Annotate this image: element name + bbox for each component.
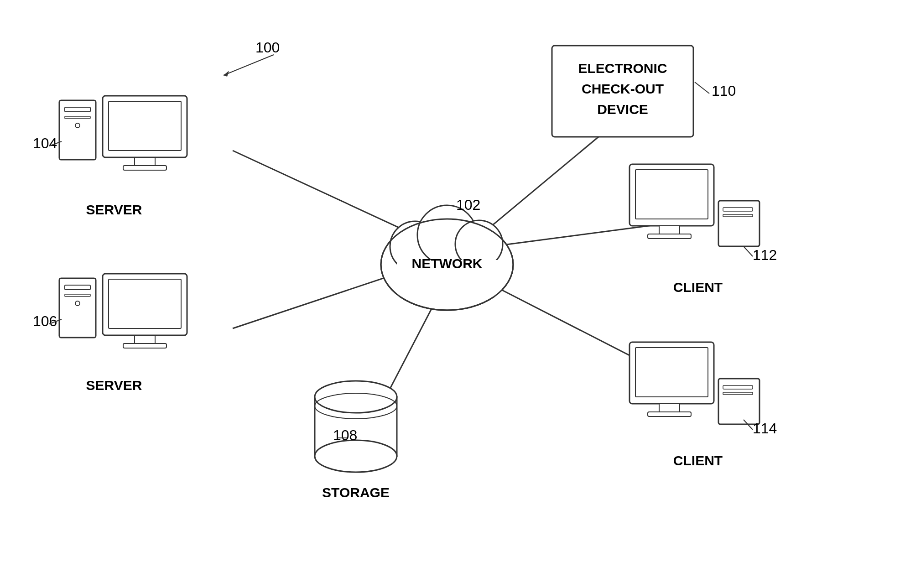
ref-108: 108 bbox=[333, 427, 357, 443]
svg-rect-40 bbox=[648, 234, 691, 239]
svg-text:CHECK-OUT: CHECK-OUT bbox=[582, 81, 664, 96]
svg-line-4 bbox=[493, 224, 666, 246]
server2-label: SERVER bbox=[86, 378, 142, 393]
svg-rect-47 bbox=[648, 412, 691, 416]
svg-rect-26 bbox=[109, 279, 181, 328]
ref-106: 106 bbox=[33, 313, 57, 329]
svg-point-31 bbox=[315, 440, 397, 472]
svg-rect-18 bbox=[109, 101, 181, 151]
server2-icon bbox=[59, 274, 187, 348]
main-diagram-svg: NETWORK bbox=[0, 0, 900, 588]
svg-text:DEVICE: DEVICE bbox=[597, 102, 648, 117]
server1-icon bbox=[59, 96, 187, 170]
svg-rect-38 bbox=[635, 170, 708, 219]
svg-rect-20 bbox=[123, 166, 166, 170]
ref-102: 102 bbox=[456, 197, 480, 213]
server1-label: SERVER bbox=[86, 202, 142, 217]
client2-label: CLIENT bbox=[673, 453, 723, 468]
svg-line-56 bbox=[695, 82, 709, 94]
svg-rect-27 bbox=[135, 335, 155, 343]
storage-label: STORAGE bbox=[322, 485, 390, 500]
network-cloud: NETWORK bbox=[381, 205, 513, 310]
ref-100: 100 bbox=[255, 39, 280, 56]
client1-label: CLIENT bbox=[673, 280, 723, 295]
svg-rect-19 bbox=[135, 157, 155, 166]
ref-114: 114 bbox=[753, 420, 777, 437]
checkout-box: ELECTRONIC CHECK-OUT DEVICE bbox=[552, 46, 693, 137]
svg-rect-28 bbox=[123, 343, 166, 348]
storage-icon bbox=[315, 381, 397, 472]
diagram-container: NETWORK bbox=[0, 0, 900, 588]
ref-104: 104 bbox=[33, 135, 57, 151]
client1-icon bbox=[629, 164, 760, 246]
svg-line-57 bbox=[744, 246, 753, 256]
svg-line-0 bbox=[233, 151, 420, 237]
svg-rect-46 bbox=[659, 404, 680, 412]
ref-112: 112 bbox=[753, 247, 777, 263]
ref-110: 110 bbox=[712, 83, 736, 99]
client2-icon bbox=[629, 342, 760, 424]
svg-text:NETWORK: NETWORK bbox=[412, 256, 483, 271]
svg-text:ELECTRONIC: ELECTRONIC bbox=[578, 61, 667, 76]
svg-rect-45 bbox=[635, 348, 708, 397]
svg-line-51 bbox=[224, 55, 274, 75]
svg-rect-39 bbox=[659, 226, 680, 234]
